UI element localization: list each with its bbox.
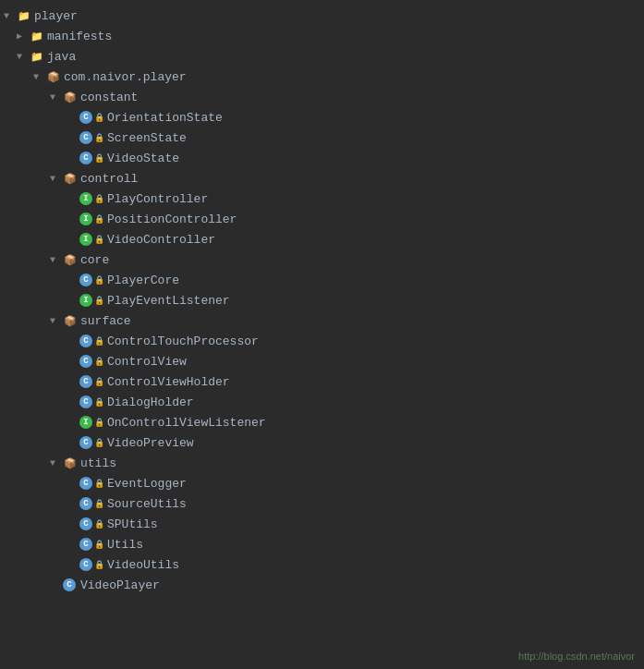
pkg-icon-com-naivor-player: 📦	[46, 69, 61, 84]
arrow-java: ▼	[17, 52, 30, 62]
class-icon-VideoController: I	[79, 233, 92, 246]
lock-icon-ScreenState: 🔒	[94, 133, 104, 143]
lock-icon-EventLogger: 🔒	[94, 479, 104, 489]
lock-icon-PlayEventListener: 🔒	[94, 296, 104, 306]
file-tree: ▼ 📁 player ▶ 📁 manifests ▼ 📁 java ▼ 📦 co…	[0, 0, 644, 601]
pkg-icon-surface: 📦	[63, 313, 78, 328]
label-VideoPreview: VideoPreview	[107, 436, 194, 450]
tree-item-SourceUtils[interactable]: C 🔒 SourceUtils	[0, 493, 644, 514]
label-VideoUtils: VideoUtils	[107, 558, 179, 572]
folder-icon-manifests: 📁	[30, 29, 44, 43]
class-icon-VideoState: C	[79, 152, 92, 164]
tree-item-ControlView[interactable]: C 🔒 ControlView	[0, 351, 644, 371]
tree-item-com-naivor-player[interactable]: ▼ 📦 com.naivor.player	[0, 67, 644, 87]
pkg-icon-utils: 📦	[63, 456, 78, 470]
tree-item-PlayEventListener[interactable]: I 🔒 PlayEventListener	[0, 290, 644, 310]
lock-icon-OrientationState: 🔒	[94, 113, 104, 123]
tree-item-VideoPreview[interactable]: C 🔒 VideoPreview	[0, 432, 644, 453]
tree-item-constant[interactable]: ▼ 📦 constant	[0, 87, 644, 107]
label-ControlTouchProcessor: ControlTouchProcessor	[107, 334, 259, 348]
tree-item-EventLogger[interactable]: C 🔒 EventLogger	[0, 473, 644, 493]
label-VideoPlayer: VideoPlayer	[80, 578, 160, 592]
label-Utils: Utils	[107, 538, 143, 552]
lock-icon-ControlView: 🔒	[94, 357, 104, 367]
tree-item-VideoPlayer[interactable]: C VideoPlayer	[0, 575, 644, 595]
label-manifests: manifests	[47, 30, 112, 43]
tree-item-VideoState[interactable]: C 🔒 VideoState	[0, 148, 644, 168]
lock-icon-ControlViewHolder: 🔒	[94, 377, 104, 387]
lock-icon-PositionController: 🔒	[94, 214, 104, 225]
class-icon-ControlView: C	[79, 355, 92, 368]
arrow-com-naivor-player: ▼	[33, 72, 46, 82]
lock-icon-VideoController: 🔒	[94, 235, 104, 245]
tree-item-utils[interactable]: ▼ 📦 utils	[0, 453, 644, 473]
label-core: core	[80, 253, 109, 267]
class-icon-PlayerCore: C	[79, 274, 92, 286]
label-surface: surface	[80, 314, 131, 328]
tree-item-controll[interactable]: ▼ 📦 controll	[0, 168, 644, 189]
tree-item-player[interactable]: ▼ 📁 player	[0, 6, 644, 26]
class-icon-SPUtils: C	[79, 517, 92, 530]
tree-item-surface[interactable]: ▼ 📦 surface	[0, 310, 644, 331]
lock-icon-PlayerCore: 🔒	[94, 275, 104, 286]
tree-item-OnControllViewListener[interactable]: I 🔒 OnControllViewListener	[0, 412, 644, 432]
label-java: java	[47, 50, 76, 64]
tree-item-ScreenState[interactable]: C 🔒 ScreenState	[0, 128, 644, 148]
lock-icon-DialogHolder: 🔒	[94, 397, 104, 407]
class-icon-ControlViewHolder: C	[79, 375, 92, 388]
lock-icon-SPUtils: 🔒	[94, 519, 104, 529]
label-VideoController: VideoController	[107, 233, 215, 247]
pkg-icon-constant: 📦	[63, 90, 78, 104]
class-icon-PositionController: I	[79, 213, 92, 225]
tree-item-PlayController[interactable]: I 🔒 PlayController	[0, 189, 644, 209]
arrow-manifests: ▶	[17, 30, 30, 42]
pkg-icon-controll: 📦	[63, 171, 78, 186]
arrow-controll: ▼	[50, 174, 63, 184]
class-icon-PlayController: I	[79, 192, 92, 205]
label-controll: controll	[80, 172, 138, 186]
tree-item-VideoController[interactable]: I 🔒 VideoController	[0, 229, 644, 249]
tree-item-VideoUtils[interactable]: C 🔒 VideoUtils	[0, 554, 644, 575]
label-EventLogger: EventLogger	[107, 477, 187, 491]
lock-icon-ControlTouchProcessor: 🔒	[94, 336, 104, 347]
tree-item-ControlViewHolder[interactable]: C 🔒 ControlViewHolder	[0, 371, 644, 392]
label-utils: utils	[80, 456, 116, 470]
arrow-utils: ▼	[50, 458, 63, 468]
folder-icon-java: 📁	[30, 49, 44, 64]
label-DialogHolder: DialogHolder	[107, 395, 194, 409]
label-constant: constant	[80, 91, 138, 104]
tree-item-manifests[interactable]: ▶ 📁 manifests	[0, 26, 644, 46]
class-icon-Utils: C	[79, 538, 92, 551]
label-PositionController: PositionController	[107, 213, 237, 226]
class-icon-VideoPreview: C	[79, 436, 92, 449]
tree-item-core[interactable]: ▼ 📦 core	[0, 249, 644, 270]
label-ScreenState: ScreenState	[107, 131, 187, 145]
label-player: player	[34, 9, 78, 23]
label-ControlView: ControlView	[107, 355, 187, 369]
lock-icon-VideoState: 🔒	[94, 153, 104, 164]
arrow-constant: ▼	[50, 92, 63, 103]
label-PlayerCore: PlayerCore	[107, 274, 179, 287]
label-OnControllViewListener: OnControllViewListener	[107, 416, 266, 430]
tree-item-PlayerCore[interactable]: C 🔒 PlayerCore	[0, 270, 644, 290]
tree-item-SPUtils[interactable]: C 🔒 SPUtils	[0, 514, 644, 534]
watermark: http://blog.csdn.net/naivor	[518, 651, 635, 662]
tree-item-DialogHolder[interactable]: C 🔒 DialogHolder	[0, 392, 644, 412]
tree-item-Utils[interactable]: C 🔒 Utils	[0, 534, 644, 554]
label-PlayEventListener: PlayEventListener	[107, 294, 230, 308]
class-icon-VideoUtils: C	[79, 558, 92, 571]
lock-icon-VideoPreview: 🔒	[94, 438, 104, 448]
lock-icon-PlayController: 🔒	[94, 194, 104, 204]
class-icon-ControlTouchProcessor: C	[79, 334, 92, 347]
tree-item-PositionController[interactable]: I 🔒 PositionController	[0, 209, 644, 229]
label-VideoState: VideoState	[107, 152, 179, 165]
folder-icon-player: 📁	[17, 8, 31, 23]
tree-item-ControlTouchProcessor[interactable]: C 🔒 ControlTouchProcessor	[0, 331, 644, 351]
tree-item-java[interactable]: ▼ 📁 java	[0, 46, 644, 67]
lock-icon-VideoUtils: 🔒	[94, 560, 104, 570]
lock-icon-OnControllViewListener: 🔒	[94, 418, 104, 428]
label-com-naivor-player: com.naivor.player	[64, 70, 187, 84]
arrow-surface: ▼	[50, 316, 63, 326]
class-icon-OrientationState: C	[79, 111, 92, 124]
tree-item-OrientationState[interactable]: C 🔒 OrientationState	[0, 107, 644, 128]
